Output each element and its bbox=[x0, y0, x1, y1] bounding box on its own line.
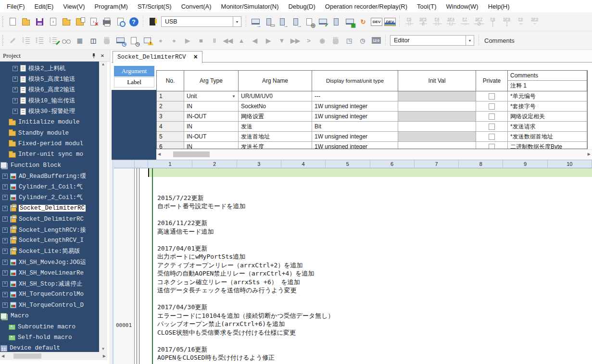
close-icon[interactable]: × bbox=[98, 51, 107, 60]
tree-item[interactable]: Inter-unit sync mo bbox=[0, 149, 99, 160]
grid-window-icon[interactable]: ▦ bbox=[73, 34, 87, 47]
menu-item[interactable]: Monitor/Simulator(N) bbox=[216, 0, 284, 13]
step-down-button[interactable]: ▼ bbox=[275, 34, 289, 47]
connection-target-value[interactable]: USB bbox=[161, 16, 233, 27]
skip-start-button[interactable]: ◀◀ bbox=[221, 34, 235, 47]
expand-plus-icon[interactable]: + bbox=[13, 66, 18, 71]
record-stop-button[interactable]: ● bbox=[167, 34, 181, 47]
ruler-column-header[interactable]: 9 bbox=[503, 160, 547, 168]
menu-item[interactable]: Help(H) bbox=[483, 0, 515, 13]
comment-cell[interactable]: *发送请求 bbox=[508, 122, 587, 132]
editor-mode-value[interactable]: Editor bbox=[390, 35, 466, 46]
scroll-right-icon[interactable]: ▶ bbox=[101, 354, 107, 358]
ruler-column-header[interactable]: 10 bbox=[548, 160, 592, 168]
tree-item[interactable]: + Cylinder_2_Coil:气 bbox=[0, 192, 99, 203]
online-edit-icon[interactable]: ✓ bbox=[316, 15, 329, 28]
tab-close-icon[interactable]: × bbox=[194, 53, 198, 61]
open-ladder-icon[interactable] bbox=[60, 15, 73, 28]
expand-plus-icon[interactable]: + bbox=[2, 292, 8, 297]
expand-plus-icon[interactable]: + bbox=[13, 87, 18, 92]
pin-icon[interactable] bbox=[89, 51, 98, 60]
tree-item[interactable]: + 模块6_高度2输送 bbox=[0, 85, 99, 95]
expand-plus-icon[interactable]: + bbox=[2, 227, 8, 233]
scrollbar-thumb[interactable] bbox=[173, 151, 210, 157]
label-list-icon[interactable] bbox=[19, 34, 33, 47]
display-format-cell[interactable]: 1W unsigned integer bbox=[312, 112, 398, 122]
scrollbar-thumb[interactable] bbox=[13, 353, 41, 359]
contact-open-button[interactable]: F5⊣ ⊢ bbox=[402, 14, 416, 29]
argument-tab-button[interactable]: Argument bbox=[114, 66, 154, 76]
expand-plus-icon[interactable]: + bbox=[2, 206, 8, 211]
editor-content[interactable]: 00001 2015/7/22更新自ポート番号設定モードを追加2016/11/2… bbox=[114, 168, 592, 364]
horizontal-line-button[interactable]: F9─ bbox=[514, 14, 528, 29]
scroll-left-icon[interactable]: ◀ bbox=[0, 354, 6, 358]
tree-item[interactable]: + 模块30-报警处理 bbox=[0, 106, 99, 117]
init-val-cell[interactable] bbox=[398, 122, 476, 132]
tree-item[interactable]: + Socket_LengthRCV_I bbox=[0, 235, 99, 246]
ruler-column-header[interactable]: 2 bbox=[192, 160, 237, 168]
expand-plus-icon[interactable]: + bbox=[2, 238, 8, 243]
delete-ladder-icon[interactable] bbox=[87, 15, 100, 28]
tree-item[interactable]: + Socket_LengthRCV:接 bbox=[0, 225, 99, 235]
device-memory-icon[interactable]: ◫ bbox=[87, 34, 100, 47]
arg-name-cell[interactable]: 发送首地址 bbox=[239, 132, 312, 142]
transfer-sync-icon[interactable]: ↻ bbox=[356, 15, 370, 28]
tree-item[interactable]: + Socket_Lite:简易版 bbox=[0, 246, 99, 257]
display-format-cell[interactable]: 1W unsigned integer bbox=[312, 142, 398, 149]
expand-plus-icon[interactable]: + bbox=[2, 249, 8, 254]
tree-item[interactable]: + XH_SH_MoveJog:JOG运 bbox=[0, 257, 99, 267]
device-list-icon[interactable] bbox=[33, 34, 46, 47]
stopwatch-button[interactable]: ◷ bbox=[356, 34, 369, 47]
scroll-right-icon[interactable]: ▶ bbox=[586, 152, 592, 156]
dev-monitor-icon[interactable]: DEV bbox=[370, 15, 383, 28]
ruler-column-header[interactable]: 5 bbox=[326, 160, 370, 168]
monitor-alert-icon[interactable] bbox=[140, 34, 154, 47]
tree-item[interactable]: + XH_TorqueControl_D bbox=[0, 300, 99, 311]
save-icon[interactable] bbox=[33, 15, 46, 28]
toolbar-grip[interactable] bbox=[2, 35, 3, 46]
chevron-down-icon[interactable]: ▼ bbox=[466, 35, 474, 46]
menu-item[interactable]: Program(M) bbox=[90, 0, 133, 13]
private-checkbox[interactable] bbox=[489, 113, 495, 120]
tree-item[interactable]: Standby module bbox=[0, 127, 99, 138]
expand-plus-icon[interactable]: + bbox=[2, 184, 8, 189]
pause-output-disabled-icon[interactable] bbox=[100, 34, 113, 47]
play-button[interactable]: ▶ bbox=[181, 34, 194, 47]
menu-item[interactable]: Convert(A) bbox=[176, 0, 216, 13]
contact-rising-button[interactable]: F4⊣↑⊢ bbox=[430, 14, 444, 29]
arg-name-cell[interactable]: SocketNo bbox=[239, 101, 312, 112]
expand-plus-icon[interactable]: + bbox=[2, 216, 8, 222]
record-button[interactable]: ● bbox=[154, 34, 167, 47]
tree-item[interactable]: Device default bbox=[0, 343, 99, 352]
plc-comment-icon[interactable]: ▭ bbox=[262, 15, 276, 28]
coil-button[interactable]: F7─○─ bbox=[458, 14, 472, 29]
vertical-line-button[interactable]: F8│ bbox=[486, 14, 500, 29]
comment-cell[interactable]: *单元编号 bbox=[508, 91, 587, 101]
tree-item[interactable]: + 模块5_高度1输送 bbox=[0, 74, 99, 84]
watch-document-icon[interactable]: ◷ bbox=[127, 34, 140, 47]
ladder-edit-disabled-icon[interactable] bbox=[329, 15, 343, 28]
tree-item[interactable]: + 模块10_输出传送 bbox=[0, 95, 99, 106]
contact-closed-button[interactable]: SF5⊣/⊢ bbox=[416, 14, 430, 29]
tree-item[interactable]: + XH_SH_MoveLinearRe bbox=[0, 267, 99, 278]
new-file-icon[interactable] bbox=[6, 15, 19, 28]
arg-name-cell[interactable]: UR/UM/UV0 bbox=[239, 91, 312, 101]
write-to-device-icon[interactable]: → bbox=[289, 15, 302, 28]
arg-type-cell[interactable]: IN-OUT bbox=[184, 112, 239, 122]
scroll-left-icon[interactable]: ◀ bbox=[156, 152, 162, 156]
tree-item[interactable]: Subroutine macro bbox=[0, 321, 99, 332]
ruler-column-header[interactable]: 6 bbox=[370, 160, 415, 168]
step-back-button[interactable]: ◀ bbox=[248, 34, 262, 47]
edit-list-icon[interactable] bbox=[46, 34, 60, 47]
init-val-cell[interactable] bbox=[398, 101, 476, 112]
open-project-icon[interactable] bbox=[19, 15, 33, 28]
editor-mode-combo[interactable]: Editor ▼ bbox=[390, 35, 474, 46]
private-checkbox[interactable] bbox=[489, 93, 495, 100]
private-checkbox[interactable] bbox=[489, 124, 495, 130]
expand-plus-icon[interactable]: + bbox=[2, 174, 8, 179]
arg-type-cell[interactable]: IN bbox=[184, 101, 239, 112]
arg-type-cell[interactable]: Unit▼ bbox=[184, 91, 239, 101]
expand-plus-icon[interactable]: + bbox=[2, 302, 8, 308]
scroll-down-icon[interactable]: ▼ bbox=[100, 347, 107, 351]
tree-item[interactable]: Function Block bbox=[0, 160, 99, 171]
